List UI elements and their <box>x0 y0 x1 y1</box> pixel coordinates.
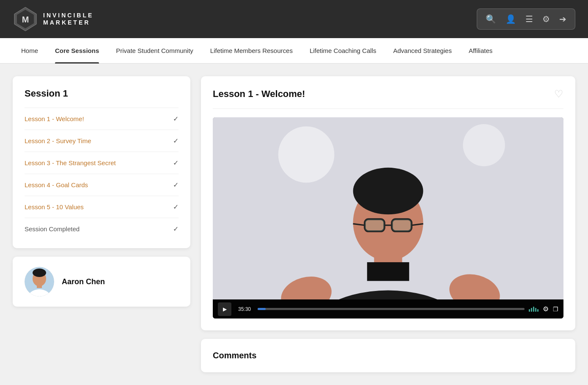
nav-item-core-sessions[interactable]: Core Sessions <box>47 38 107 64</box>
svg-rect-22 <box>365 219 384 231</box>
progress-fill <box>258 308 266 310</box>
comments-title: Comments <box>213 351 563 360</box>
user-icon[interactable]: 👤 <box>502 12 519 26</box>
session-title: Session 1 <box>25 88 179 99</box>
lesson-name-5: Lesson 5 - 10 Values <box>25 203 84 211</box>
instructor-name: Aaron Chen <box>62 277 105 286</box>
lesson-item-2[interactable]: Lesson 2 - Survey Time ✓ <box>25 130 179 152</box>
header: M INVINCIBLE MARKETER 🔍 👤 ☰ ⚙ ➔ <box>0 0 588 38</box>
avatar <box>25 267 54 296</box>
session-completed-label: Session Completed <box>25 225 80 233</box>
lesson-item-completed: Session Completed ✓ <box>25 218 179 240</box>
check-icon-completed: ✓ <box>173 225 179 233</box>
heart-icon[interactable]: ♡ <box>554 88 563 100</box>
lesson-name-4: Lesson 4 - Goal Cards <box>25 181 88 188</box>
lesson-item-5[interactable]: Lesson 5 - 10 Values ✓ <box>25 196 179 218</box>
video-card: Lesson 1 - Welcome! ♡ <box>201 76 575 330</box>
lesson-name-1: Lesson 1 - Welcome! <box>25 115 84 122</box>
video-controls: 35:30 ⚙ ❐ <box>213 299 563 319</box>
video-timestamp: 35:30 <box>236 305 253 313</box>
check-icon-2: ✓ <box>173 137 179 145</box>
svg-point-10 <box>278 127 335 183</box>
lesson-item-1[interactable]: Lesson 1 - Welcome! ✓ <box>25 108 179 130</box>
comments-card: Comments <box>201 339 575 372</box>
video-settings-icon[interactable]: ⚙ <box>543 305 549 313</box>
svg-rect-16 <box>367 262 409 281</box>
main-nav: Home Core Sessions Private Student Commu… <box>0 38 588 64</box>
nav-item-home[interactable]: Home <box>13 38 47 64</box>
lesson-name-2: Lesson 2 - Survey Time <box>25 137 91 144</box>
lesson-title: Lesson 1 - Welcome! <box>213 89 305 100</box>
video-player[interactable]: 35:30 ⚙ ❐ <box>213 117 563 319</box>
sidebar: Session 1 Lesson 1 - Welcome! ✓ Lesson 2… <box>13 76 190 372</box>
svg-point-11 <box>463 124 505 166</box>
fullscreen-icon[interactable]: ❐ <box>553 306 558 313</box>
check-icon-3: ✓ <box>173 159 179 167</box>
svg-point-15 <box>353 168 423 215</box>
logo: M INVINCIBLE MARKETER <box>13 6 93 32</box>
check-icon-4: ✓ <box>173 181 179 189</box>
lesson-list: Lesson 1 - Welcome! ✓ Lesson 2 - Survey … <box>25 108 179 240</box>
main-content: Session 1 Lesson 1 - Welcome! ✓ Lesson 2… <box>0 64 588 385</box>
svg-rect-23 <box>392 219 411 231</box>
nav-item-affiliates[interactable]: Affiliates <box>460 38 501 64</box>
nav-item-private-community[interactable]: Private Student Community <box>107 38 202 64</box>
volume-icon[interactable] <box>529 307 539 312</box>
logo-icon: M <box>13 6 38 32</box>
lesson-header: Lesson 1 - Welcome! ♡ <box>213 88 563 100</box>
svg-text:M: M <box>22 15 29 24</box>
avatar-image <box>25 267 54 296</box>
divider <box>213 108 563 109</box>
lesson-item-3[interactable]: Lesson 3 - The Strangest Secret ✓ <box>25 152 179 174</box>
video-thumbnail <box>213 117 563 299</box>
svg-point-7 <box>33 269 46 277</box>
content-area: Lesson 1 - Welcome! ♡ <box>201 76 575 372</box>
nav-item-lifetime-resources[interactable]: Lifetime Members Resources <box>202 38 301 64</box>
check-icon-5: ✓ <box>173 203 179 211</box>
search-icon[interactable]: 🔍 <box>482 12 500 26</box>
settings-icon[interactable]: ⚙ <box>539 12 553 26</box>
svg-rect-8 <box>37 285 42 288</box>
menu-icon[interactable]: ☰ <box>522 12 536 26</box>
lesson-name-3: Lesson 3 - The Strangest Secret <box>25 159 116 166</box>
play-button[interactable] <box>218 302 231 316</box>
logo-text: INVINCIBLE MARKETER <box>43 12 93 26</box>
header-icons-group: 🔍 👤 ☰ ⚙ ➔ <box>477 8 575 30</box>
logout-icon[interactable]: ➔ <box>556 12 570 26</box>
check-icon-1: ✓ <box>173 115 179 123</box>
lesson-item-4[interactable]: Lesson 4 - Goal Cards ✓ <box>25 174 179 196</box>
instructor-card: Aaron Chen <box>13 257 190 307</box>
nav-item-coaching-calls[interactable]: Lifetime Coaching Calls <box>301 38 385 64</box>
session-card: Session 1 Lesson 1 - Welcome! ✓ Lesson 2… <box>13 76 190 248</box>
nav-item-advanced-strategies[interactable]: Advanced Strategies <box>385 38 460 64</box>
progress-bar[interactable] <box>258 308 525 310</box>
video-background <box>213 117 563 299</box>
